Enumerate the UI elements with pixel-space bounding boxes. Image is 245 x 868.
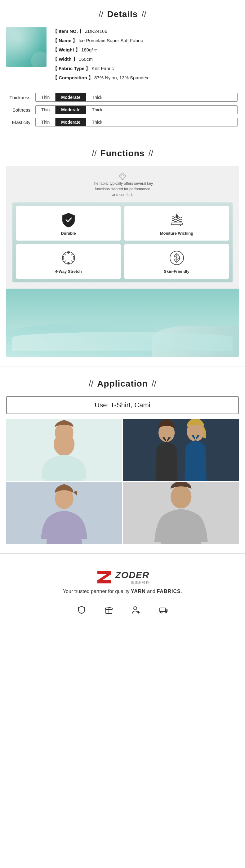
elasticity-row: Elasticity Thin Moderate Thick — [6, 117, 239, 127]
app-slash-right: // — [152, 379, 157, 389]
footer-truck-svg — [159, 606, 168, 614]
functions-title: Functions — [100, 149, 145, 158]
logo-subtitle: 佐德新材料 — [115, 580, 150, 585]
divider-1 — [0, 139, 245, 139]
softness-bar: Thin Moderate Thick — [35, 105, 238, 114]
footer-truck-icon — [159, 606, 168, 615]
app-image-2 — [123, 419, 239, 481]
stretch-icon-wrapper — [60, 249, 77, 267]
function-item-moisture: Moisture Wicking — [124, 206, 229, 241]
details-info: 【 Item NO. 】 ZDK24166 【 Name 】 Ice Porce… — [53, 27, 239, 83]
functions-intro: The fabric typically offers several key … — [12, 172, 233, 197]
logo-z-icon — [96, 569, 113, 585]
function-item-durable: Durable — [16, 206, 121, 241]
width-field: 【 Width 】 160cm — [53, 55, 239, 64]
app-images-grid — [6, 419, 239, 544]
app-image-4 — [123, 482, 239, 544]
composition-value: 87% Nylon, 13% Spandex — [94, 73, 148, 83]
composition-field: 【 Composition 】 87% Nylon, 13% Spandex — [53, 73, 239, 83]
slash-right: // — [142, 9, 146, 19]
arrows-expand-icon — [60, 249, 77, 267]
svg-line-13 — [71, 261, 72, 262]
skin-label: Skin-Friendly — [164, 269, 189, 274]
thickness-bar: Thin Moderate Thick — [35, 93, 238, 102]
svg-point-37 — [134, 607, 137, 610]
droplets-icon — [168, 211, 185, 228]
slash-left: // — [99, 9, 103, 19]
width-value: 160cm — [79, 55, 93, 64]
svg-line-10 — [64, 254, 66, 255]
app-image-3 — [6, 482, 122, 544]
item-no-value: ZDK24166 — [85, 27, 107, 36]
fabric-display-image — [6, 289, 239, 357]
durable-icon-wrapper — [60, 211, 77, 228]
svg-point-42 — [165, 612, 167, 613]
thickness-moderate: Moderate — [56, 93, 86, 101]
diamond-icon — [118, 172, 127, 181]
application-section: // Application // Use: T-Shirt, Cami — [0, 370, 245, 550]
fabric-type-field: 【 Fabric Type 】 Knit Fabric — [53, 64, 239, 73]
stretch-label: 4-Way Stretch — [55, 269, 82, 274]
elasticity-label: Elasticity — [6, 117, 34, 127]
tagline-yarn: YARN — [131, 589, 146, 594]
svg-line-19 — [175, 257, 177, 258]
thickness-thin: Thin — [36, 93, 56, 101]
functions-grid-wrapper: Durable — [12, 203, 233, 282]
details-header: // Details // — [6, 9, 239, 19]
fabric-thumbnail — [6, 27, 47, 67]
softness-row: Softness Thin Moderate Thick — [6, 105, 239, 115]
tagline-suffix: . — [181, 589, 182, 594]
app-image-1 — [6, 419, 122, 481]
item-no-field: 【 Item NO. 】 ZDK24166 — [53, 27, 239, 36]
fabric-type-value: Knit Fabric — [91, 64, 114, 73]
softness-thin: Thin — [36, 106, 56, 114]
weight-field: 【 Weight 】 180g/㎡ — [53, 45, 239, 55]
softness-thick: Thick — [86, 106, 108, 114]
svg-rect-0 — [119, 173, 126, 180]
functions-header: // Functions // — [6, 149, 239, 158]
svg-rect-1 — [121, 175, 124, 178]
functions-section: // Functions // The fabric typically off… — [0, 142, 245, 363]
svg-point-32 — [171, 485, 191, 508]
functions-slash-left: // — [92, 149, 97, 158]
functions-grid: Durable — [16, 206, 229, 279]
elasticity-bar: Thin Moderate Thick — [35, 118, 238, 126]
moisture-label: Moisture Wicking — [160, 231, 193, 236]
elasticity-moderate: Moderate — [56, 118, 86, 126]
composition-label: 【 Composition 】 — [53, 73, 93, 83]
fabric-type-label: 【 Fabric Type 】 — [53, 64, 90, 73]
details-content: 【 Item NO. 】 ZDK24166 【 Name 】 Ice Porce… — [6, 27, 239, 83]
durable-label: Durable — [61, 231, 76, 236]
svg-rect-26 — [123, 419, 239, 481]
width-label: 【 Width 】 — [53, 55, 78, 64]
functions-box: The fabric typically offers several key … — [6, 166, 239, 289]
svg-line-12 — [64, 261, 66, 262]
app-slash-left: // — [89, 379, 94, 389]
footer-gift-svg — [104, 606, 113, 614]
footer-gift-icon — [104, 606, 113, 615]
svg-marker-33 — [97, 571, 111, 583]
name-label: 【 Name 】 — [53, 36, 77, 45]
tagline-prefix: Your trusted partner for quality — [63, 589, 131, 594]
svg-rect-2 — [171, 223, 182, 225]
weight-label: 【 Weight 】 — [53, 45, 80, 55]
thickness-row: Thickness Thin Moderate Thick — [6, 92, 239, 102]
svg-point-41 — [161, 612, 162, 613]
item-no-label: 【 Item NO. 】 — [53, 27, 84, 36]
function-item-skin: Skin-Friendly — [124, 244, 229, 279]
app-svg-1 — [6, 419, 122, 481]
ratings-table: Thickness Thin Moderate Thick Softness T… — [6, 90, 239, 130]
tagline-middle: and — [146, 589, 157, 594]
app-svg-2 — [123, 419, 239, 481]
application-header: // Application // — [6, 379, 239, 389]
shield-check-icon — [60, 211, 77, 228]
footer-person-svg — [132, 606, 141, 614]
svg-line-18 — [177, 257, 179, 258]
softness-label: Softness — [6, 105, 34, 115]
tagline-fabrics: FABRICS — [157, 589, 181, 594]
thickness-thick: Thick — [86, 93, 108, 101]
name-field: 【 Name 】 Ice Porcelain Super Soft Fabric — [53, 36, 239, 45]
function-item-stretch: 4-Way Stretch — [16, 244, 121, 279]
svg-rect-40 — [160, 608, 165, 612]
softness-moderate: Moderate — [56, 106, 86, 114]
